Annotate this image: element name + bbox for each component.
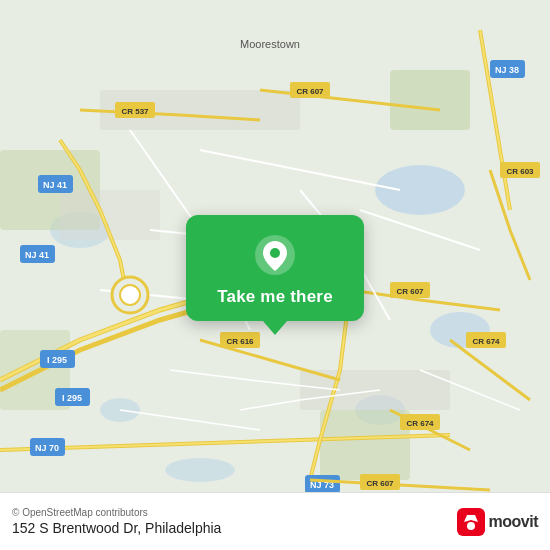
bottom-info: © OpenStreetMap contributors 152 S Brent… bbox=[12, 507, 221, 536]
svg-text:CR 607: CR 607 bbox=[366, 479, 394, 488]
svg-text:NJ 38: NJ 38 bbox=[495, 65, 519, 75]
svg-rect-9 bbox=[320, 410, 410, 480]
svg-text:Moorestown: Moorestown bbox=[240, 38, 300, 50]
svg-text:NJ 41: NJ 41 bbox=[25, 250, 49, 260]
svg-point-48 bbox=[270, 248, 280, 258]
bottom-bar: © OpenStreetMap contributors 152 S Brent… bbox=[0, 492, 550, 550]
location-address: 152 S Brentwood Dr, Philadelphia bbox=[12, 520, 221, 536]
svg-text:CR 616: CR 616 bbox=[226, 337, 254, 346]
svg-text:I 295: I 295 bbox=[62, 393, 82, 403]
map-attribution: © OpenStreetMap contributors bbox=[12, 507, 221, 518]
take-me-there-container: Take me there bbox=[186, 215, 364, 335]
svg-text:I 295: I 295 bbox=[47, 355, 67, 365]
svg-point-49 bbox=[467, 522, 475, 530]
svg-text:NJ 70: NJ 70 bbox=[35, 443, 59, 453]
svg-point-45 bbox=[120, 285, 140, 305]
svg-text:CR 537: CR 537 bbox=[121, 107, 149, 116]
location-pin-icon bbox=[253, 233, 297, 277]
map-container: I 295 I 295 NJ 70 NJ 73 NJ 41 NJ 41 NJ 3… bbox=[0, 0, 550, 550]
svg-point-1 bbox=[375, 165, 465, 215]
svg-text:CR 603: CR 603 bbox=[506, 167, 534, 176]
svg-point-6 bbox=[165, 458, 235, 482]
svg-text:NJ 41: NJ 41 bbox=[43, 180, 67, 190]
take-me-there-button[interactable]: Take me there bbox=[217, 287, 333, 307]
svg-text:CR 607: CR 607 bbox=[296, 87, 324, 96]
moovit-logo[interactable]: moovit bbox=[457, 508, 538, 536]
svg-text:CR 674: CR 674 bbox=[406, 419, 434, 428]
svg-marker-50 bbox=[464, 515, 478, 522]
svg-text:CR 607: CR 607 bbox=[396, 287, 424, 296]
action-card: Take me there bbox=[186, 215, 364, 321]
svg-rect-7 bbox=[390, 70, 470, 130]
moovit-text: moovit bbox=[489, 513, 538, 531]
moovit-icon bbox=[457, 508, 485, 536]
card-pointer bbox=[263, 321, 287, 335]
svg-text:CR 674: CR 674 bbox=[472, 337, 500, 346]
